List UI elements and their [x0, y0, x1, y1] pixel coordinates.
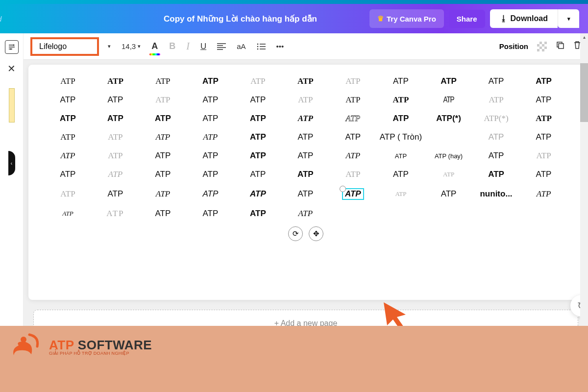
font-sample[interactable]: ATP — [142, 132, 184, 142]
font-sample[interactable]: ATP — [380, 152, 422, 160]
settings-icon[interactable] — [5, 40, 19, 54]
font-sample[interactable]: ATP — [47, 114, 89, 123]
font-sample[interactable]: ATP — [237, 151, 279, 161]
font-sample[interactable]: ATP — [95, 76, 136, 86]
font-sample[interactable]: ATP — [428, 76, 469, 86]
font-sample[interactable]: ATP — [380, 114, 422, 123]
font-sample[interactable]: ATP — [285, 95, 326, 105]
italic-button[interactable]: I — [184, 39, 192, 54]
font-sample[interactable]: ATP(*) — [428, 114, 469, 123]
font-sample[interactable]: ATP — [47, 189, 89, 199]
font-sample[interactable]: ATP — [95, 151, 136, 161]
font-sample[interactable]: ATP — [47, 170, 89, 179]
font-sample[interactable]: ATP — [285, 170, 326, 179]
close-icon[interactable]: ✕ — [7, 63, 16, 74]
underline-button[interactable]: U — [198, 40, 208, 53]
design-canvas[interactable]: ATPATPATPATPATPATPATPATPATPATPATPATPATPA… — [28, 65, 583, 300]
text-case-button[interactable]: aA — [235, 40, 247, 52]
font-sample[interactable]: ATP — [523, 95, 564, 105]
font-sample[interactable]: ATP — [142, 151, 184, 161]
font-sample[interactable]: ATP — [380, 95, 422, 105]
font-sample[interactable]: ATP — [285, 76, 326, 86]
font-sample[interactable]: ATP — [475, 132, 517, 142]
font-sample[interactable]: ATP ( Tròn) — [380, 132, 422, 142]
font-sample[interactable]: ATP — [47, 151, 89, 161]
font-sample[interactable]: ATP — [523, 151, 564, 161]
font-sample[interactable]: ATP — [142, 209, 184, 219]
font-sample[interactable]: ATP — [95, 95, 136, 105]
font-sample[interactable]: ATP — [475, 95, 517, 105]
align-button[interactable] — [215, 41, 228, 52]
font-sample[interactable]: ATP — [237, 189, 279, 199]
download-menu-button[interactable]: ▾ — [558, 9, 579, 28]
font-sample[interactable]: ATP — [285, 209, 326, 219]
text-color-button[interactable]: A — [149, 39, 160, 53]
font-sample[interactable]: ATP (hay) — [428, 152, 469, 160]
font-sample[interactable]: ATP — [523, 189, 564, 199]
font-sample[interactable]: ATP — [47, 95, 89, 105]
font-sample[interactable]: ATP — [332, 151, 374, 161]
collapse-sidebar-button[interactable]: ‹ — [8, 151, 15, 175]
font-sample[interactable]: ATP — [95, 209, 136, 219]
font-size-input[interactable]: 14,3 ▾ — [120, 40, 143, 52]
font-sample[interactable]: ATP — [190, 114, 231, 123]
font-sample[interactable]: ATP — [332, 132, 374, 142]
font-sample[interactable]: ATP — [190, 209, 231, 219]
font-sample[interactable]: ATP — [190, 170, 231, 179]
bold-button[interactable]: B — [167, 39, 177, 53]
more-button[interactable]: ••• — [274, 40, 286, 52]
font-sample[interactable]: ATP — [190, 189, 231, 199]
font-sample[interactable]: ATP — [47, 132, 89, 142]
font-sample[interactable]: ATP — [142, 189, 184, 199]
copy-icon[interactable] — [556, 41, 564, 52]
font-sample[interactable]: ATP — [523, 76, 564, 86]
scroll-up-icon[interactable]: ▴ — [580, 33, 588, 41]
font-sample[interactable]: ATP — [475, 76, 517, 86]
font-sample[interactable]: ATP — [332, 95, 374, 105]
font-sample[interactable]: ATP — [142, 76, 184, 86]
font-sample[interactable]: ATP — [142, 170, 184, 179]
position-button[interactable]: Position — [499, 42, 528, 50]
font-sample[interactable]: ATP — [428, 171, 469, 178]
font-sample[interactable]: ATP — [190, 151, 231, 161]
font-sample[interactable]: ATP — [285, 189, 326, 199]
font-sample[interactable]: ATP — [237, 170, 279, 179]
share-button[interactable]: Share — [449, 10, 485, 28]
font-sample[interactable]: ATP — [380, 170, 422, 179]
font-sample[interactable]: ATP — [523, 132, 564, 142]
document-title[interactable]: Copy of Những Lời chào hàng hấp dẫn — [164, 14, 317, 24]
font-sample[interactable]: ATP — [285, 114, 326, 123]
font-family-chevron-icon[interactable]: ▾ — [106, 41, 113, 51]
font-sample[interactable]: ATP — [190, 95, 231, 105]
font-sample[interactable]: ATP — [428, 189, 469, 199]
font-sample[interactable]: ATP — [380, 76, 422, 86]
font-sample[interactable]: ATP(*) — [475, 114, 517, 123]
rotate-icon[interactable]: ⟳ — [288, 226, 303, 241]
download-button[interactable]: ⭳ Download — [490, 9, 558, 28]
move-icon[interactable]: ✥ — [309, 226, 323, 241]
font-sample[interactable]: ATP — [523, 114, 564, 123]
font-sample[interactable]: ATP — [285, 151, 326, 161]
font-sample[interactable]: ATP — [237, 76, 279, 86]
font-sample[interactable]: ATP — [332, 114, 374, 123]
font-sample[interactable]: ATP — [380, 190, 422, 198]
font-sample[interactable]: ATP — [332, 76, 374, 86]
try-pro-button[interactable]: ♛ Try Canva Pro — [369, 9, 444, 28]
font-sample[interactable]: ATP — [475, 170, 517, 179]
font-family-input[interactable]: Lifelogo — [30, 37, 99, 56]
font-sample[interactable]: ATP — [523, 170, 564, 179]
font-sample[interactable]: ATP — [237, 114, 279, 123]
font-sample[interactable]: ATP — [95, 189, 136, 199]
font-sample[interactable]: ATP — [95, 170, 136, 179]
font-sample[interactable]: ATP — [237, 209, 279, 219]
font-sample[interactable]: ATP — [47, 76, 89, 86]
font-sample[interactable]: ATP — [432, 95, 466, 105]
font-sample[interactable]: ATP — [237, 132, 279, 142]
font-sample[interactable]: ATP — [95, 114, 136, 123]
list-button[interactable] — [255, 41, 268, 52]
font-sample[interactable]: ATP — [142, 114, 184, 123]
transparency-button[interactable] — [537, 42, 547, 51]
font-sample[interactable]: ATP — [190, 132, 231, 142]
font-sample[interactable]: ATP — [190, 76, 231, 86]
font-sample[interactable]: ATP — [475, 151, 517, 161]
